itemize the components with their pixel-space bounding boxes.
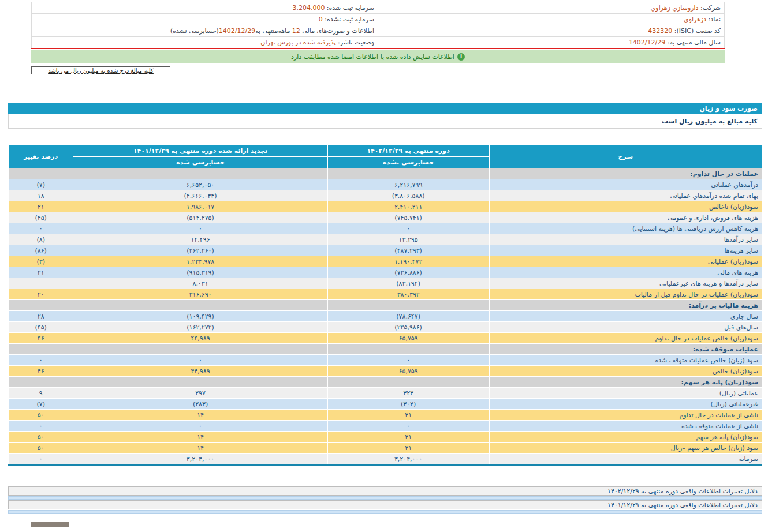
- value-period-1402: [328, 300, 489, 310]
- company-info-cell: کد صنعت (ISIC): 432320: [378, 25, 725, 37]
- value-period-1402: (۷۴۵,۷۴۱): [328, 212, 489, 223]
- table-row: هزینه کاهش ارزش دریافتنی ها (هزینه استثن…: [9, 223, 762, 234]
- info-label: ماهه‌منتهی به: [255, 27, 292, 35]
- table-row: سود(زیان) ناخالص۲,۴۱۰,۲۱۱۱,۹۸۶,۰۱۷۲۱: [9, 201, 762, 212]
- col-header-restated-1401: تجدید ارائه شده دوره منتهی به ۱۴۰۱/۱۲/۲۹: [73, 145, 327, 156]
- table-row: سایر درآمدها۱۳,۲۹۵۱۴,۴۹۶(۸): [9, 234, 762, 245]
- value-period-1401: ۱۴: [73, 432, 327, 442]
- value-percent-change: ۵۰: [9, 443, 73, 453]
- table-row: سود(زیان) عملیاتی۱,۱۹۰,۴۷۲۱,۲۲۳,۹۷۸(۳): [9, 256, 762, 267]
- info-value: 432320: [648, 27, 672, 35]
- info-value: 3,204,000: [292, 4, 325, 12]
- value-percent-change: [9, 300, 73, 310]
- value-period-1401: ۰: [73, 421, 327, 431]
- info-value: 12: [292, 27, 300, 35]
- value-period-1402: (۴۸۷,۲۹۳): [328, 245, 489, 256]
- row-description: سایر درآمدها: [490, 234, 762, 245]
- value-period-1401: ۴۴,۹۸۹: [73, 333, 327, 343]
- value-period-1402: (۳۰۲): [328, 399, 489, 409]
- col-header-description: شرح: [490, 145, 762, 168]
- value-period-1401: ۸,۰۳۱: [73, 278, 327, 289]
- value-period-1401: (۹۱۵,۳۱۹): [73, 267, 327, 278]
- value-percent-change: ۴۶: [9, 366, 73, 376]
- value-percent-change: (۳): [9, 256, 73, 267]
- info-label: نماد:: [706, 16, 721, 23]
- row-description: عملیاتی (ریال): [490, 388, 762, 398]
- table-body: عملیات در حال تداوم:درآمدهاي عملياتی۶,۲۱…: [9, 168, 762, 464]
- value-percent-change: (۸۶): [9, 245, 73, 256]
- value-period-1402: ۶۵,۷۵۹: [328, 333, 489, 343]
- value-percent-change: ۲۰: [9, 289, 73, 299]
- value-period-1401: ۱۴,۴۹۶: [73, 234, 327, 245]
- capital-info-cell: سرمایه ثبت نشده: 0: [32, 14, 378, 25]
- section-row: هزینه مالیات بر درآمد:: [9, 300, 762, 310]
- partial-footer-element: [31, 522, 69, 527]
- value-period-1401: (۵۱۴,۲۷۵): [73, 212, 327, 223]
- table-row: بهای تمام شده درآمدهاي عملياتی(۳,۸۰۶,۵۸۸…: [9, 190, 762, 201]
- row-description: سود(زیان) پایه هر سهم:: [490, 377, 762, 387]
- col-header-period-1402: دوره منتهی به ۱۴۰۲/۱۲/۲۹: [328, 145, 489, 156]
- row-description: سود (زیان) خالص هر سهم –ریال: [490, 443, 762, 453]
- value-period-1401: ۳,۲۰۴,۰۰۰: [73, 454, 327, 464]
- value-percent-change: ۹: [9, 388, 73, 398]
- value-percent-change: ۰: [9, 223, 73, 234]
- accordion-bar-reasons-1401[interactable]: دلایل تغییرات اطلاعات واقعی دوره منتهی ب…: [8, 500, 762, 509]
- value-period-1402: ۰: [328, 355, 489, 365]
- value-period-1402: (۸۳,۱۹۴): [328, 278, 489, 289]
- row-description: هزینه کاهش ارزش دریافتنی ها (هزینه استثن…: [490, 223, 762, 234]
- row-description: هزینه های مالی: [490, 267, 762, 278]
- table-header: شرح دوره منتهی به ۱۴۰۲/۱۲/۲۹ تجدید ارائه…: [9, 145, 762, 168]
- value-period-1402: ۱۳,۲۹۵: [328, 234, 489, 245]
- value-period-1401: ۲۹۷: [73, 388, 327, 398]
- table-row: سود(زیان) خالص عملیات در حال تداوم۶۵,۷۵۹…: [9, 333, 762, 343]
- section-row: سود(زیان) پایه هر سهم:: [9, 377, 762, 387]
- row-description: سود(زیان) خالص عملیات در حال تداوم: [490, 333, 762, 343]
- row-description: ناشی از عملیات در حال تداوم: [490, 410, 762, 420]
- section-row: عملیات متوقف شده:: [9, 344, 762, 354]
- row-description: عملیات در حال تداوم:: [490, 168, 762, 179]
- row-description: سود(زیان) عملیاتی: [490, 256, 762, 267]
- value-period-1402: [328, 344, 489, 354]
- value-percent-change: ۵۰: [9, 410, 73, 420]
- table-row: درآمدهاي عملياتی۶,۲۱۶,۷۹۹۶,۶۵۲,۰۵۰(۷): [9, 179, 762, 190]
- value-period-1401: [73, 344, 327, 354]
- table-row: سود(زیان) پایه هر سهم۲۱۱۴۵۰: [9, 432, 762, 442]
- company-info-cell: شرکت: داروسازي زهراوي: [378, 2, 725, 14]
- value-period-1402: (۳,۸۰۶,۵۸۸): [328, 190, 489, 201]
- info-value: 1402/12/29: [629, 39, 665, 46]
- row-description: سود(زیان) خالص: [490, 366, 762, 376]
- accordion-bar-reasons-1402[interactable]: دلایل تغییرات اطلاعات واقعی دوره منتهی ب…: [8, 486, 762, 496]
- value-percent-change: [9, 168, 73, 179]
- value-period-1402: ۲,۴۱۰,۲۱۱: [328, 201, 489, 212]
- value-percent-change: (۸): [9, 234, 73, 245]
- row-description: درآمدهاي عملياتی: [490, 179, 762, 190]
- table-row: عملیاتی (ریال)۳۲۳۲۹۷۹: [9, 388, 762, 398]
- value-percent-change: ۲۱: [9, 201, 73, 212]
- row-description: هزینه مالیات بر درآمد:: [490, 300, 762, 310]
- value-period-1401: [73, 377, 327, 387]
- value-period-1401: (۱۶۲,۲۷۲): [73, 322, 327, 332]
- accordion-panel-1401: [8, 510, 762, 514]
- info-label: کد صنعت (ISIC):: [672, 27, 721, 35]
- value-period-1401: ۶,۶۵۲,۰۵۰: [73, 179, 327, 190]
- col-subheader-unaudited: حسابرسی نشده: [328, 157, 489, 168]
- value-period-1401: (۲۸۳): [73, 399, 327, 409]
- value-period-1401: (۱۰۹,۴۲۹): [73, 311, 327, 321]
- table-row: سود(زیان) عملیات در حال تداوم قبل از مال…: [9, 289, 762, 299]
- value-percent-change: [9, 377, 73, 387]
- value-period-1402: [328, 377, 489, 387]
- signed-info-banner: i اطلاعات نمایش داده شده با اطلاعات امضا…: [31, 50, 725, 63]
- statement-title-bar: صورت سود و زیان: [8, 103, 762, 114]
- table-row: سرمایه۳,۲۰۴,۰۰۰۳,۲۰۴,۰۰۰۰: [9, 454, 762, 464]
- value-period-1402: ۲۱: [328, 410, 489, 420]
- table-row: هزینه های مالی(۷۲۶,۸۸۶)(۹۱۵,۳۱۹)۲۱: [9, 267, 762, 278]
- red-divider: [31, 48, 725, 49]
- units-note-text: کلیه مبالغ به میلیون ریال است: [662, 118, 758, 125]
- value-period-1401: (۲۶۲,۲۶۰): [73, 245, 327, 256]
- value-percent-change: (۴۵): [9, 212, 73, 223]
- table-row: ناشی از عملیات در حال تداوم۲۱۱۴۵۰: [9, 410, 762, 420]
- signed-info-text: اطلاعات نمایش داده شده با اطلاعات امضا ش…: [291, 53, 454, 61]
- value-percent-change: (۷): [9, 399, 73, 409]
- units-note-row: کلیه مبالغ به میلیون ریال است: [8, 114, 762, 129]
- value-period-1401: ۰: [73, 223, 327, 234]
